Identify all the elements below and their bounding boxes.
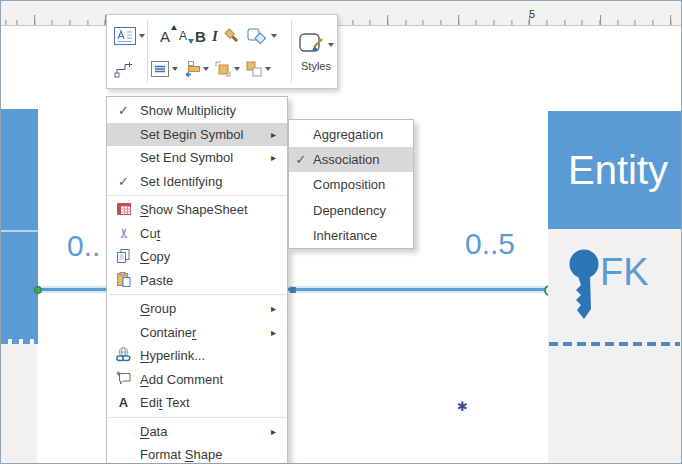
connector-tool-button[interactable] [112,59,135,80]
horizontal-ruler: 5 [1,1,682,26]
menu-separator [108,294,286,295]
change-shape-button[interactable] [245,26,279,47]
dropdown-arrow-icon [139,34,145,38]
submenu-arrow-icon: ▸ [271,129,287,140]
styles-button[interactable]: Styles [295,19,337,85]
connector-start-handle[interactable] [34,286,42,294]
italic-button[interactable]: I [210,26,220,47]
menu-item-show-multiplicity[interactable]: ✓Show Multiplicity [107,99,287,123]
menu-item-add-comment[interactable]: Add Comment [107,368,287,392]
foreign-key-label: FK [600,251,649,294]
menu-item-format-shape[interactable]: Format Shape [107,443,287,464]
menu-item-label: Group [140,301,271,316]
foreign-key-icon [565,249,603,321]
menu-item-set-identifying[interactable]: ✓Set Identifying [107,170,287,194]
checkmark-icon: ✓ [289,153,313,166]
bring-forward-icon [215,61,231,77]
submenu-item-inheritance[interactable]: Inheritance [289,223,413,248]
cut-icon: ✂ [107,226,140,240]
mini-toolbar: A A B I [106,14,338,89]
menu-item-set-begin-symbol[interactable]: Set Begin Symbol▸ [107,123,287,147]
checkmark-icon: ✓ [107,104,140,117]
submenu-item-composition[interactable]: Composition [289,172,413,197]
send-backward-icon [246,61,262,77]
submenu-arrow-icon: ▸ [271,152,287,163]
submenu-item-dependency[interactable]: Dependency [289,198,413,223]
paste-icon [107,272,140,289]
change-shape-icon [247,28,268,45]
menu-item-cut[interactable]: ✂Cut [107,222,287,246]
menu-item-hyperlink[interactable]: Hyperlink... [107,344,287,368]
entity-dashed-divider [549,342,680,346]
menu-item-container[interactable]: Container▸ [107,321,287,345]
menu-item-label: Format Shape [140,447,271,462]
dropdown-arrow-icon [234,67,240,71]
submenu-arrow-icon: ▸ [271,303,287,314]
menu-item-group[interactable]: Group▸ [107,297,287,321]
visio-canvas-screenshot: 0.. 0..5 Entity FK ✱ 5 [0,0,682,464]
shrink-font-icon [188,39,194,44]
menu-item-label: Set End Symbol [140,150,271,165]
multiplicity-label-right: 0..5 [465,227,515,261]
bring-forward-button[interactable] [213,59,242,79]
add-comment-icon [107,371,140,387]
edit-text-icon: A [107,396,140,409]
menu-item-label: Data [140,424,271,439]
menu-item-label: Set Identifying [140,174,271,189]
bold-button[interactable]: B [193,26,208,47]
position-icon [184,61,200,77]
context-menu: ✓Show MultiplicitySet Begin Symbol▸Set E… [106,96,288,464]
copy-icon [107,249,140,265]
dropdown-arrow-icon [172,67,178,71]
dropdown-arrow-icon [203,67,209,71]
menu-item-set-end-symbol[interactable]: Set End Symbol▸ [107,146,287,170]
menu-item-copy[interactable]: Copy [107,245,287,269]
dropdown-arrow-icon [328,43,334,47]
set-begin-symbol-submenu: Aggregation✓AssociationCompositionDepend… [288,119,414,249]
connector-tool-icon [114,61,133,78]
canvas-indicator-icon: ✱ [457,399,468,414]
menu-item-label: Cut [140,226,271,241]
menu-item-label: Show ShapeSheet [140,202,271,217]
toolbar-separator [291,20,292,83]
shrink-font-button[interactable]: A [176,27,190,45]
menu-item-label: Paste [140,273,271,288]
submenu-item-association[interactable]: ✓Association [289,147,413,172]
menu-separator [108,195,286,196]
dropdown-arrow-icon [265,67,271,71]
text-block-icon [114,27,136,45]
grow-font-button[interactable]: A [157,26,173,47]
submenu-item-label: Association [313,152,413,167]
menu-item-show-shapesheet[interactable]: Show ShapeSheet [107,198,287,222]
menu-item-label: Add Comment [140,372,271,387]
text-align-icon [151,61,169,77]
checkmark-icon: ✓ [107,175,140,188]
connector-midpoint-handle[interactable] [290,287,296,293]
text-block-button[interactable] [112,25,147,47]
submenu-item-label: Inheritance [313,228,413,243]
submenu-item-label: Composition [313,177,413,192]
format-painter-button[interactable] [222,26,243,47]
submenu-item-label: Aggregation [313,127,413,142]
left-entity-divider [1,230,38,232]
styles-button-label: Styles [301,60,331,72]
entity-shape[interactable]: Entity FK [548,111,681,464]
menu-item-paste[interactable]: Paste [107,269,287,293]
submenu-item-aggregation[interactable]: Aggregation [289,122,413,147]
styles-icon [298,32,325,57]
format-painter-icon [224,28,241,45]
menu-item-label: Copy [140,249,271,264]
menu-separator [108,417,286,418]
shapesheet-icon [107,203,140,217]
menu-item-edit-text[interactable]: AEdit Text [107,391,287,415]
italic-icon: I [212,28,218,45]
menu-item-label: Set Begin Symbol [140,127,271,142]
menu-item-data[interactable]: Data▸ [107,420,287,444]
left-entity-body[interactable] [1,344,37,464]
position-button[interactable] [182,59,211,79]
entity-header[interactable]: Entity [548,111,681,229]
send-backward-button[interactable] [244,59,273,79]
text-align-button[interactable] [149,59,180,79]
left-entity-shape[interactable] [1,109,38,339]
bold-icon: B [195,28,206,45]
